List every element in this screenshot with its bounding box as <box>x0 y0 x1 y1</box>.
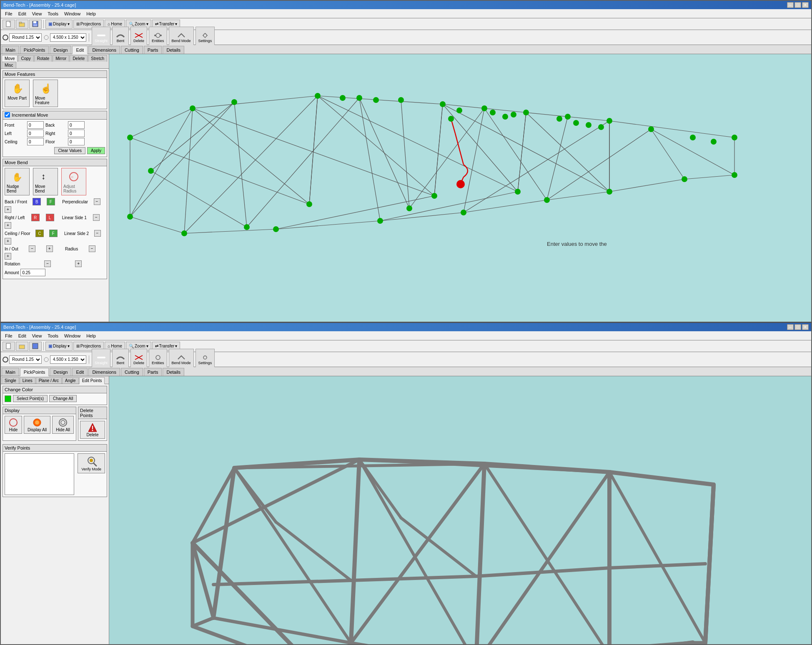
bottom-subtab-angle[interactable]: Angle <box>62 377 79 384</box>
open-button[interactable] <box>16 20 28 29</box>
rotation-minus[interactable]: − <box>44 260 51 267</box>
left-input[interactable] <box>27 130 44 137</box>
bottom-subtab-editpoints[interactable]: Edit Points <box>79 377 105 384</box>
bottom-tab-cutting[interactable]: Cutting <box>121 368 143 376</box>
amount-input[interactable] <box>20 269 45 276</box>
apply-button[interactable]: Apply <box>87 147 105 154</box>
bottom-save-button[interactable] <box>29 342 42 351</box>
hide-all-button[interactable]: Hide All <box>52 416 74 434</box>
change-all-button[interactable]: Change All <box>49 395 77 402</box>
move-part-button[interactable]: ✋ Move Part <box>5 80 30 107</box>
subtab-rotate[interactable]: Rotate <box>34 55 52 62</box>
front-btn[interactable]: F <box>47 198 55 205</box>
tab-cutting[interactable]: Cutting <box>121 46 143 54</box>
menu-file[interactable]: File <box>3 10 15 17</box>
bottom-minimize-button[interactable]: ─ <box>787 324 794 330</box>
subtab-move[interactable]: Move <box>2 55 18 62</box>
delete-point-button[interactable]: Delete <box>80 421 105 439</box>
floor-input[interactable] <box>68 138 85 145</box>
radius-minus[interactable]: − <box>89 245 95 252</box>
tab-dimensions[interactable]: Dimensions <box>88 46 120 54</box>
ceiling-input[interactable] <box>27 138 44 145</box>
menu-edit[interactable]: Edit <box>16 10 29 17</box>
bottom-open-button[interactable] <box>16 342 28 351</box>
display-all-button[interactable]: Display All <box>24 416 50 434</box>
tab-design[interactable]: Design <box>50 46 71 54</box>
close-button[interactable]: ✕ <box>802 2 809 8</box>
move-bend-button[interactable]: ↕ Move Bend <box>33 168 58 195</box>
bottom-menu-edit[interactable]: Edit <box>16 332 29 339</box>
subtab-stretch[interactable]: Stretch <box>88 55 107 62</box>
bottom-subtab-single[interactable]: Single <box>2 377 19 384</box>
bottom-tab-main[interactable]: Main <box>2 368 19 376</box>
linear2-plus[interactable]: + <box>5 238 11 245</box>
save-button[interactable] <box>29 20 42 29</box>
new-button[interactable] <box>3 20 15 29</box>
out-btn[interactable]: + <box>46 245 53 252</box>
linear1-minus[interactable]: − <box>93 214 100 221</box>
select-points-button[interactable]: Select Point(s) <box>13 395 48 402</box>
subtab-misc[interactable]: Misc <box>2 62 16 68</box>
linear2-minus[interactable]: − <box>94 230 101 237</box>
adjust-radius-button[interactable]: ○ Adjust Radius <box>61 168 86 195</box>
perp-plus[interactable]: + <box>5 206 11 213</box>
tab-edit[interactable]: Edit <box>72 46 88 54</box>
menu-view[interactable]: View <box>30 10 45 17</box>
bottom-tab-parts[interactable]: Parts <box>144 368 162 376</box>
menu-help[interactable]: Help <box>84 10 98 17</box>
bottom-size-selector[interactable]: 4.500 x 1.250 <box>50 355 86 364</box>
floor-f-btn[interactable]: F <box>49 230 58 237</box>
move-feature-button[interactable]: ☝ Move Feature <box>33 80 58 107</box>
minimize-button[interactable]: ─ <box>787 2 794 8</box>
bottom-window-controls[interactable]: ─ □ ✕ <box>787 324 809 330</box>
top-window-controls[interactable]: ─ □ ✕ <box>787 2 809 8</box>
bottom-menu-help[interactable]: Help <box>84 332 98 339</box>
back-input[interactable] <box>68 121 85 129</box>
tab-pickpoints[interactable]: PickPoints <box>20 46 49 54</box>
round-selector[interactable]: Round 1.25 <box>9 33 42 42</box>
subtab-copy[interactable]: Copy <box>18 55 33 62</box>
bottom-close-button[interactable]: ✕ <box>802 324 809 330</box>
tab-parts[interactable]: Parts <box>144 46 162 54</box>
display-button[interactable]: ▣ Display ▾ <box>45 20 73 29</box>
bottom-round-selector[interactable]: Round 1.25 <box>9 355 42 364</box>
right-btn[interactable]: R <box>31 214 40 221</box>
front-input[interactable] <box>27 121 44 129</box>
linear1-plus[interactable]: + <box>5 222 11 229</box>
verify-textarea[interactable] <box>5 453 74 495</box>
incremental-checkbox[interactable] <box>5 112 10 118</box>
nudge-bend-button[interactable]: ✋ Nudge Bend <box>5 168 30 195</box>
bottom-tab-edit[interactable]: Edit <box>72 368 88 376</box>
ceiling-btn[interactable]: C <box>35 230 44 237</box>
rotation-plus[interactable]: + <box>75 260 82 267</box>
right-input[interactable] <box>68 130 85 137</box>
size-selector[interactable]: 4.500 x 1.250 <box>50 33 86 42</box>
bottom-new-button[interactable] <box>3 342 15 351</box>
bottom-tab-pickpoints[interactable]: PickPoints <box>20 368 49 376</box>
bottom-menu-file[interactable]: File <box>3 332 15 339</box>
bottom-subtab-lines[interactable]: Lines <box>20 377 35 384</box>
bottom-menu-tools[interactable]: Tools <box>45 332 61 339</box>
bottom-tab-dimensions[interactable]: Dimensions <box>88 368 120 376</box>
bottom-subtab-plane[interactable]: Plane / Arc <box>36 377 62 384</box>
menu-window[interactable]: Window <box>62 10 83 17</box>
bottom-tab-details[interactable]: Details <box>163 368 184 376</box>
back-btn[interactable]: B <box>33 198 41 205</box>
tab-details[interactable]: Details <box>163 46 184 54</box>
verify-mode-button[interactable]: Verify Mode <box>78 453 105 473</box>
tab-main[interactable]: Main <box>2 46 19 54</box>
radius-plus[interactable]: + <box>5 253 11 260</box>
menu-tools[interactable]: Tools <box>45 10 61 17</box>
clear-values-button[interactable]: Clear Values <box>54 147 85 154</box>
in-btn[interactable]: − <box>29 245 35 252</box>
perp-minus[interactable]: − <box>94 198 100 205</box>
hide-button[interactable]: Hide <box>5 416 22 434</box>
left-btn[interactable]: L <box>46 214 54 221</box>
subtab-mirror[interactable]: Mirror <box>53 55 69 62</box>
maximize-button[interactable]: □ <box>794 2 801 8</box>
subtab-delete[interactable]: Delete <box>70 55 88 62</box>
bottom-tab-design[interactable]: Design <box>50 368 71 376</box>
bottom-display-button[interactable]: ▣ Display ▾ <box>45 342 73 351</box>
bottom-maximize-button[interactable]: □ <box>794 324 801 330</box>
bottom-menu-view[interactable]: View <box>30 332 45 339</box>
